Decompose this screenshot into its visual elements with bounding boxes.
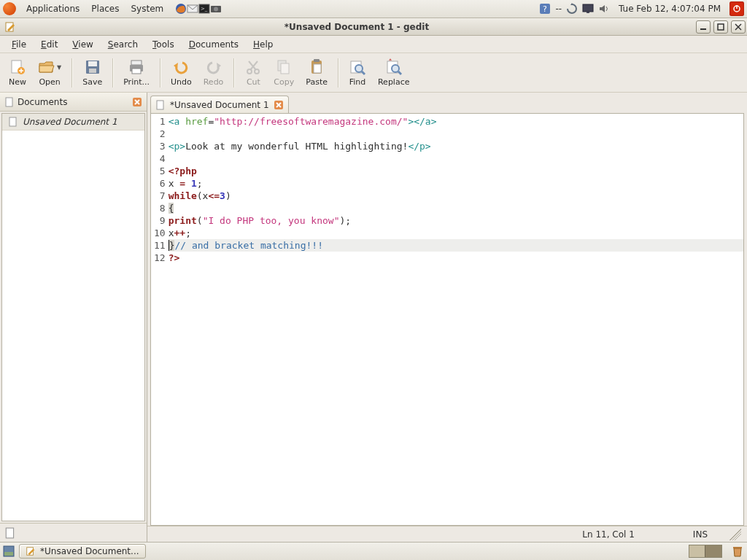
editor-area: *Unsaved Document 1 123456 789101112 <a … — [147, 93, 747, 542]
print-label: Print... — [123, 77, 150, 87]
document-icon — [4, 97, 15, 107]
menu-documents[interactable]: Documents — [182, 38, 246, 51]
trash-icon[interactable] — [731, 545, 744, 558]
scissors-icon — [244, 58, 262, 76]
save-button[interactable]: Save — [77, 57, 108, 88]
side-panel-footer — [0, 523, 147, 542]
open-folder-icon — [38, 58, 55, 76]
svg-line-34 — [362, 71, 365, 74]
svg-rect-21 — [89, 69, 96, 73]
cut-label: Cut — [247, 77, 260, 87]
volume-icon[interactable] — [598, 3, 610, 15]
gedit-window: *Unsaved Document 1 - gedit File Edit Vi… — [0, 18, 747, 542]
svg-point-33 — [355, 65, 363, 72]
gedit-app-icon — [4, 21, 16, 33]
find-button[interactable]: Find — [343, 57, 372, 88]
places-menu[interactable]: Places — [85, 4, 125, 14]
svg-rect-42 — [157, 101, 163, 109]
side-panel-title: Documents — [18, 97, 132, 107]
menu-search[interactable]: Search — [101, 38, 145, 51]
line-number-gutter: 123456 789101112 — [151, 114, 169, 525]
svg-text:>_: >_ — [201, 6, 208, 12]
copy-icon — [275, 58, 293, 76]
firefox-icon[interactable] — [175, 3, 187, 15]
insert-mode: INS — [693, 529, 708, 540]
copy-button: Copy — [268, 57, 300, 88]
replace-label: Replace — [378, 77, 410, 87]
menu-file[interactable]: File — [4, 38, 34, 51]
terminal-icon[interactable]: >_ — [198, 3, 210, 15]
redo-label: Redo — [204, 77, 224, 87]
svg-rect-9 — [587, 12, 589, 13]
open-label: Open — [39, 77, 60, 87]
text-editor[interactable]: 123456 789101112 <a href="http://freesof… — [150, 113, 744, 526]
svg-rect-8 — [583, 4, 593, 12]
svg-line-37 — [398, 71, 401, 74]
paste-button[interactable]: Paste — [300, 57, 333, 88]
minimize-button[interactable] — [696, 20, 711, 34]
status-bar: Ln 11, Col 1 INS — [147, 526, 747, 542]
svg-rect-45 — [4, 552, 13, 556]
replace-button[interactable]: Replace — [372, 57, 416, 88]
undo-label: Undo — [171, 77, 192, 87]
undo-arrow-icon — [172, 58, 190, 76]
document-tab[interactable]: *Unsaved Document 1 — [150, 96, 289, 113]
ubuntu-logo-icon[interactable] — [3, 2, 16, 15]
chevron-down-icon[interactable]: ▼ — [57, 64, 61, 71]
svg-rect-30 — [314, 59, 320, 62]
open-button[interactable]: ▼ Open — [32, 57, 67, 88]
svg-rect-41 — [6, 528, 13, 538]
evolution-icon[interactable] — [187, 3, 198, 15]
screenshot-icon[interactable] — [210, 3, 222, 15]
system-menu[interactable]: System — [125, 4, 169, 14]
clock[interactable]: Tue Feb 12, 4:07:04 PM — [614, 4, 725, 14]
list-item-label: Unsaved Document 1 — [23, 117, 117, 127]
resize-grip-icon[interactable] — [729, 529, 741, 540]
taskbar-button-gedit[interactable]: *Unsaved Document... — [19, 544, 146, 559]
svg-rect-14 — [718, 24, 724, 30]
show-desktop-icon[interactable] — [3, 545, 15, 557]
workspace-1[interactable] — [689, 545, 705, 557]
gnome-top-panel: Applications Places System >_ ? -- Tue F… — [0, 0, 747, 18]
magnifier-icon — [349, 58, 366, 76]
svg-rect-38 — [6, 98, 12, 106]
code-content[interactable]: <a href="http://freesoftwaremagazine.com… — [169, 114, 743, 525]
close-tab-icon[interactable] — [274, 100, 284, 110]
svg-point-5 — [214, 7, 218, 12]
monitor-icon[interactable] — [582, 3, 594, 15]
tab-bar: *Unsaved Document 1 — [147, 93, 747, 113]
maximize-button[interactable] — [713, 20, 728, 34]
menu-tools[interactable]: Tools — [145, 38, 182, 51]
help-icon[interactable]: ? — [539, 3, 551, 15]
find-label: Find — [349, 77, 366, 87]
redo-button: Redo — [198, 57, 230, 88]
menu-edit[interactable]: Edit — [34, 38, 65, 51]
printer-icon — [128, 58, 145, 76]
documents-list[interactable]: Unsaved Document 1 — [1, 113, 145, 521]
svg-rect-20 — [88, 61, 97, 66]
separator — [338, 58, 338, 88]
document-icon[interactable] — [4, 527, 16, 539]
workspace-switcher[interactable] — [689, 545, 722, 558]
close-button[interactable] — [731, 20, 746, 34]
separator — [233, 58, 234, 88]
redo-arrow-icon — [205, 58, 222, 76]
new-button[interactable]: New — [3, 57, 32, 88]
documents-side-panel: Documents Unsaved Document 1 — [0, 93, 147, 542]
workspace-2[interactable] — [705, 545, 721, 557]
menu-view[interactable]: View — [65, 38, 100, 51]
list-item[interactable]: Unsaved Document 1 — [2, 114, 144, 131]
document-icon — [8, 117, 18, 127]
paste-label: Paste — [306, 77, 328, 87]
print-button[interactable]: Print... — [117, 57, 155, 88]
menu-help[interactable]: Help — [246, 38, 280, 51]
applications-menu[interactable]: Applications — [20, 4, 85, 14]
separator — [71, 58, 72, 88]
power-button[interactable] — [729, 1, 744, 16]
tab-label: *Unsaved Document 1 — [170, 100, 269, 110]
refresh-icon[interactable] — [566, 3, 578, 15]
undo-button[interactable]: Undo — [165, 57, 198, 88]
titlebar[interactable]: *Unsaved Document 1 - gedit — [0, 18, 747, 36]
close-panel-icon[interactable] — [132, 97, 142, 107]
svg-rect-22 — [131, 61, 142, 65]
